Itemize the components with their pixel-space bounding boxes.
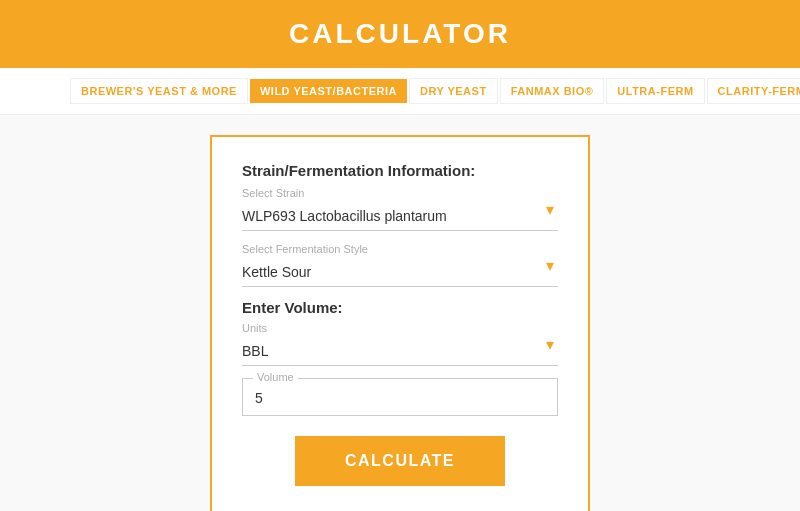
volume-section: Enter Volume: Units BBL ▾ Volume [242, 299, 558, 416]
tab-fanmax-bio[interactable]: FANMAX BIO® [500, 78, 605, 104]
strain-label: Select Strain [242, 187, 558, 199]
volume-section-title: Enter Volume: [242, 299, 558, 316]
units-select-wrapper: Units BBL ▾ [242, 322, 558, 366]
volume-input[interactable] [255, 390, 545, 406]
strain-select[interactable]: WLP693 Lactobacillus plantarum [242, 202, 558, 231]
fermentation-label: Select Fermentation Style [242, 243, 558, 255]
page-header: CALCULATOR [0, 0, 800, 68]
main-content: Strain/Fermentation Information: Select … [0, 115, 800, 511]
volume-input-wrapper: Volume [242, 378, 558, 416]
fermentation-select[interactable]: Kettle Sour [242, 258, 558, 287]
fermentation-select-wrapper: Select Fermentation Style Kettle Sour ▾ [242, 243, 558, 287]
page-title: CALCULATOR [18, 18, 782, 50]
calculator-card: Strain/Fermentation Information: Select … [210, 135, 590, 511]
volume-field-label: Volume [253, 371, 298, 383]
tab-wild-yeast[interactable]: WILD YEAST/BACTERIA [250, 79, 407, 103]
tab-clarity-ferm[interactable]: CLARITY-FERM [707, 78, 800, 104]
tab-brewers-yeast[interactable]: BREWER'S YEAST & MORE [70, 78, 248, 104]
calculate-button[interactable]: CALCULATE [295, 436, 505, 486]
tab-ultra-ferm[interactable]: ULTRA-FERM [606, 78, 704, 104]
units-label: Units [242, 322, 558, 334]
units-select[interactable]: BBL [242, 337, 558, 366]
strain-section-title: Strain/Fermentation Information: [242, 162, 558, 179]
nav-tabs: BREWER'S YEAST & MORE WILD YEAST/BACTERI… [0, 68, 800, 115]
strain-select-wrapper: Select Strain WLP693 Lactobacillus plant… [242, 187, 558, 231]
strain-section: Strain/Fermentation Information: Select … [242, 162, 558, 287]
tab-dry-yeast[interactable]: DRY YEAST [409, 78, 498, 104]
